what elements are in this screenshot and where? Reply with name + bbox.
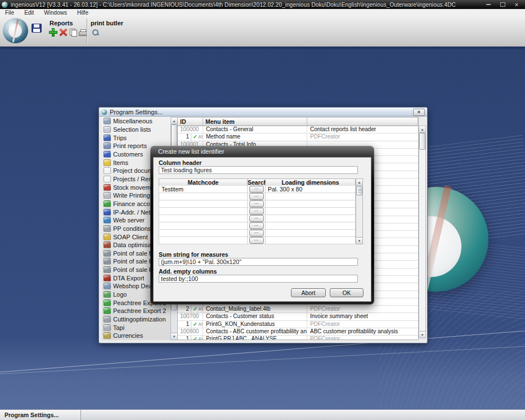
search-print-jobs-button[interactable]	[91, 28, 100, 37]
method-number: 1	[178, 336, 191, 340]
table-row[interactable]: 2✓AWContact_Mailing_label.4lbPDFCreator	[178, 306, 418, 313]
menu-windows[interactable]: Windows	[39, 9, 72, 16]
dialog-grid-row: ...	[159, 208, 356, 215]
sidebar-item-miscellaneous[interactable]: Miscellaneous	[102, 117, 170, 126]
sidebar-item-label: Miscellaneous	[113, 118, 152, 124]
sidebar-scroll-up-icon[interactable]: ▲	[171, 118, 177, 124]
check-icon: ✓	[191, 336, 198, 340]
sidebar-item-peachtree-export-2[interactable]: Peachtree Export 2	[102, 307, 170, 315]
taskbar-item-program-settings[interactable]: Program Settings...	[0, 410, 81, 420]
cell-output: PDFCreator	[307, 306, 418, 313]
ok-button[interactable]: OK	[330, 288, 364, 297]
grid-scroll-up-icon[interactable]: ▲	[356, 179, 362, 186]
cell-matchcode[interactable]	[159, 200, 248, 208]
cell-search: ...	[248, 186, 266, 193]
maximize-button[interactable]	[496, 2, 509, 8]
ip-addr-network-icon	[104, 209, 111, 216]
sidebar-item-tapi[interactable]: Tapi	[102, 323, 170, 332]
cell-matchcode[interactable]	[159, 208, 248, 215]
sidebar-item-cuttingoptimization[interactable]: Cuttingoptimization	[102, 315, 170, 324]
reports-table-header: ID Menu item	[178, 118, 418, 126]
table-scroll-up-icon[interactable]: ▲	[419, 126, 425, 133]
sidebar-item-selection-lists[interactable]: Selection lists	[102, 126, 170, 134]
program-settings-close-button[interactable]: ×	[413, 109, 425, 116]
grid-scroll-thumb[interactable]	[356, 186, 362, 195]
column-header-menu-item[interactable]: Menu item	[203, 118, 307, 126]
table-scroll-thumb[interactable]	[419, 133, 425, 150]
print-report-button[interactable]	[78, 28, 87, 37]
search-picker-button[interactable]: ...	[249, 237, 264, 244]
sum-string-input[interactable]	[159, 258, 358, 266]
cell-matchcode[interactable]	[159, 215, 248, 222]
dialog-grid-row: ...	[159, 215, 356, 222]
search-picker-button[interactable]: ...	[249, 193, 264, 200]
table-row[interactable]: 1✓AWPrintG PRJ ABC ANALYSEPDFCreator	[178, 336, 418, 340]
cell-menu-item: Method name	[203, 133, 307, 141]
table-row[interactable]: 1✓AWPrintG_KON_KundenstatusPDFCreator	[178, 321, 418, 328]
table-row[interactable]: 100800Contacts - ABC customer profitabli…	[178, 328, 418, 336]
sidebar-scroll-down-icon[interactable]: ▼	[171, 333, 177, 339]
cell-matchcode[interactable]	[159, 222, 248, 230]
table-scrollbar[interactable]: ▲ ▼	[419, 126, 426, 338]
column-header-input[interactable]	[159, 166, 358, 174]
sidebar-item-trips[interactable]: Trips	[102, 133, 170, 142]
cell-loading-dimensions[interactable]: Pal. 300 x 80	[266, 186, 356, 193]
search-picker-button[interactable]: ...	[249, 200, 264, 207]
add-empty-columns-input[interactable]	[159, 275, 358, 283]
column-header-output[interactable]	[307, 118, 418, 126]
table-scroll-down-icon[interactable]: ▼	[419, 331, 425, 338]
table-row[interactable]: 100000Contacts - GeneralContact reports …	[178, 126, 418, 133]
cell-loading-dimensions[interactable]	[266, 237, 356, 244]
cell-menu-item: Contacts - General	[203, 126, 307, 133]
table-row[interactable]: 100700Contacts - Customer statusInvoice …	[178, 313, 418, 320]
cell-matchcode[interactable]	[159, 237, 248, 244]
grid-scroll-down-icon[interactable]: ▼	[356, 237, 362, 244]
cell-loading-dimensions[interactable]	[266, 200, 356, 208]
abort-button[interactable]: Abort	[291, 288, 326, 297]
currencies-icon	[104, 332, 111, 339]
sum-string-label: Sum string for measures	[159, 251, 228, 258]
program-settings-titlebar[interactable]: Program Settings...	[99, 108, 427, 117]
delete-report-button[interactable]	[59, 28, 68, 37]
cell-loading-dimensions[interactable]	[266, 215, 356, 222]
search-picker-button[interactable]: ...	[249, 208, 264, 215]
copy-icon	[70, 29, 77, 36]
dialog-title: Create new list identifier	[158, 148, 224, 155]
close-button[interactable]: ×	[510, 2, 523, 8]
search-picker-button[interactable]: ...	[249, 186, 264, 193]
cell-search: ...	[248, 208, 266, 215]
save-button[interactable]	[32, 24, 42, 33]
cell-matchcode[interactable]: Testitem	[159, 186, 248, 193]
finance-account-export-icon	[104, 200, 111, 207]
column-header-id[interactable]: ID	[178, 118, 203, 126]
cell-matchcode[interactable]	[159, 193, 248, 200]
toolbar-group-reports-label: Reports	[50, 20, 73, 26]
cell-matchcode[interactable]	[159, 230, 248, 237]
cell-loading-dimensions[interactable]	[266, 193, 356, 200]
dialog-grid-row[interactable]: Testitem...Pal. 300 x 80	[159, 186, 356, 193]
cell-loading-dimensions[interactable]	[266, 208, 356, 215]
method-number: 1	[178, 133, 191, 140]
menu-edit[interactable]: Edit	[19, 9, 39, 16]
search-picker-button[interactable]: ...	[249, 230, 264, 236]
cell-menu-item: Contact_Mailing_label.4lb	[203, 306, 307, 313]
cell-menu-item: PrintG PRJ ABC ANALYSE	[203, 336, 307, 340]
app-icon	[2, 2, 8, 8]
menu-file[interactable]: File	[0, 9, 19, 16]
webshop-deamon-icon	[104, 283, 111, 289]
print-reports-icon	[104, 142, 111, 149]
table-row[interactable]: 1✓AWMethod namePDFCreator	[178, 133, 418, 141]
sidebar-item-currencies[interactable]: Currencies	[102, 332, 170, 340]
add-report-button[interactable]	[48, 28, 57, 37]
projects-reminder-icon	[104, 176, 111, 182]
minimize-button[interactable]	[482, 2, 495, 8]
copy-report-button[interactable]	[69, 28, 78, 37]
search-picker-button[interactable]: ...	[249, 222, 264, 229]
cell-loading-dimensions[interactable]	[266, 222, 356, 230]
dialog-grid-scrollbar[interactable]: ▲ ▼	[356, 178, 363, 244]
cell-loading-dimensions[interactable]	[266, 230, 356, 237]
menu-hilfe[interactable]: Hilfe	[72, 9, 93, 16]
cell-menu-item: PrintG_KON_Kundenstatus	[203, 321, 307, 328]
search-picker-button[interactable]: ...	[249, 215, 264, 222]
project-documents-icon	[104, 167, 111, 174]
